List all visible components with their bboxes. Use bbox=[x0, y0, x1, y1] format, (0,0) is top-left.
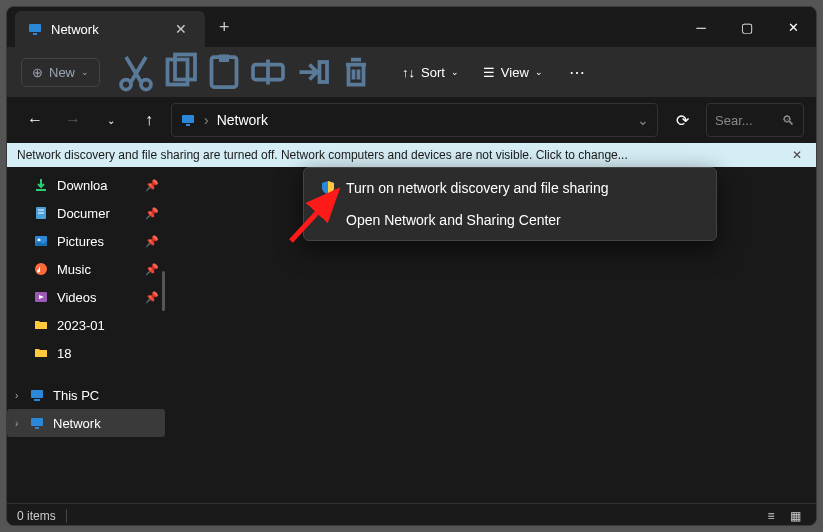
folder-icon bbox=[33, 345, 49, 361]
pin-icon: 📌 bbox=[145, 179, 159, 192]
more-button[interactable]: ⋯ bbox=[557, 54, 597, 90]
window-controls: ─ ▢ ✕ bbox=[678, 7, 816, 47]
sidebar-item-folder-18[interactable]: 18 bbox=[7, 339, 165, 367]
chevron-down-icon: ⌄ bbox=[451, 67, 459, 77]
search-icon: 🔍︎ bbox=[782, 113, 795, 128]
refresh-button[interactable]: ⟳ bbox=[664, 103, 700, 137]
sort-button[interactable]: ↑↓ Sort ⌄ bbox=[392, 59, 469, 86]
pin-icon: 📌 bbox=[145, 291, 159, 304]
sidebar-item-pictures[interactable]: Pictures 📌 bbox=[7, 227, 165, 255]
new-button[interactable]: ⊕ New ⌄ bbox=[21, 58, 100, 87]
status-bar: 0 items ≡ ▦ bbox=[7, 503, 816, 526]
sidebar-item-videos[interactable]: Videos 📌 bbox=[7, 283, 165, 311]
share-button[interactable] bbox=[292, 54, 332, 90]
svg-rect-21 bbox=[34, 399, 40, 401]
pin-icon: 📌 bbox=[145, 235, 159, 248]
toolbar: ⊕ New ⌄ ↑↓ Sort ⌄ ☰ View ⌄ ⋯ bbox=[7, 47, 816, 97]
rename-button[interactable] bbox=[248, 54, 288, 90]
svg-rect-0 bbox=[29, 24, 41, 32]
sidebar-item-this-pc[interactable]: › This PC bbox=[7, 381, 165, 409]
address-location: Network bbox=[217, 112, 268, 128]
pc-icon bbox=[29, 387, 45, 403]
sort-icon: ↑↓ bbox=[402, 65, 415, 80]
up-button[interactable]: ↑ bbox=[133, 104, 165, 136]
sidebar-item-folder-2023-01[interactable]: 2023-01 bbox=[7, 311, 165, 339]
body: Downloa 📌 Documer 📌 Pictures 📌 Music 📌 V bbox=[7, 167, 816, 503]
delete-button[interactable] bbox=[336, 54, 376, 90]
svg-rect-23 bbox=[35, 427, 39, 429]
close-icon[interactable]: ✕ bbox=[788, 148, 806, 162]
copy-button[interactable] bbox=[160, 54, 200, 90]
network-icon bbox=[27, 21, 43, 37]
tab-title: Network bbox=[51, 22, 161, 37]
status-text: 0 items bbox=[17, 509, 56, 523]
cut-button[interactable] bbox=[116, 54, 156, 90]
ctx-open-sharing-center[interactable]: Open Network and Sharing Center bbox=[308, 204, 712, 236]
svg-point-2 bbox=[121, 80, 131, 90]
maximize-button[interactable]: ▢ bbox=[724, 7, 770, 47]
svg-rect-10 bbox=[320, 62, 328, 82]
view-icon: ☰ bbox=[483, 65, 495, 80]
info-text: Network discovery and file sharing are t… bbox=[17, 148, 628, 162]
forward-button[interactable]: → bbox=[57, 104, 89, 136]
sidebar-item-network[interactable]: › Network bbox=[7, 409, 165, 437]
chevron-right-icon[interactable]: › bbox=[15, 418, 18, 429]
close-button[interactable]: ✕ bbox=[770, 7, 816, 47]
videos-icon bbox=[33, 289, 49, 305]
explorer-window: Network ✕ + ─ ▢ ✕ ⊕ New ⌄ ↑↓ Sort ⌄ ☰ bbox=[6, 6, 817, 526]
nav-row: ← → ⌄ ↑ › Network ⌄ ⟳ Sear... 🔍︎ bbox=[7, 97, 816, 143]
tab-network[interactable]: Network ✕ bbox=[15, 11, 205, 47]
ctx-turn-on-discovery[interactable]: Turn on network discovery and file shari… bbox=[308, 172, 712, 204]
minimize-button[interactable]: ─ bbox=[678, 7, 724, 47]
pin-icon: 📌 bbox=[145, 207, 159, 220]
chevron-down-icon: ⌄ bbox=[535, 67, 543, 77]
sidebar-item-downloads[interactable]: Downloa 📌 bbox=[7, 171, 165, 199]
svg-rect-20 bbox=[31, 390, 43, 398]
titlebar: Network ✕ + ─ ▢ ✕ bbox=[7, 7, 816, 47]
context-menu: Turn on network discovery and file shari… bbox=[303, 167, 717, 241]
chevron-right-icon: › bbox=[204, 112, 209, 128]
sidebar-item-music[interactable]: Music 📌 bbox=[7, 255, 165, 283]
music-icon bbox=[33, 261, 49, 277]
details-view-button[interactable]: ≡ bbox=[760, 507, 782, 525]
chevron-down-icon[interactable]: ⌄ bbox=[637, 112, 649, 128]
document-icon bbox=[33, 205, 49, 221]
new-tab-button[interactable]: + bbox=[205, 17, 244, 38]
network-icon bbox=[180, 112, 196, 128]
close-icon[interactable]: ✕ bbox=[169, 19, 193, 39]
shield-icon bbox=[320, 180, 336, 196]
folder-icon bbox=[33, 317, 49, 333]
search-input[interactable]: Sear... 🔍︎ bbox=[706, 103, 804, 137]
main-content[interactable]: Turn on network discovery and file shari… bbox=[165, 167, 816, 503]
pin-icon: 📌 bbox=[145, 263, 159, 276]
plus-icon: ⊕ bbox=[32, 65, 43, 80]
svg-rect-11 bbox=[182, 115, 194, 123]
svg-rect-22 bbox=[31, 418, 43, 426]
view-button[interactable]: ☰ View ⌄ bbox=[473, 59, 553, 86]
svg-point-3 bbox=[141, 80, 151, 90]
svg-rect-1 bbox=[33, 33, 37, 35]
chevron-down-icon: ⌄ bbox=[81, 67, 89, 77]
download-icon bbox=[33, 177, 49, 193]
recent-button[interactable]: ⌄ bbox=[95, 104, 127, 136]
chevron-right-icon[interactable]: › bbox=[15, 390, 18, 401]
info-bar[interactable]: Network discovery and file sharing are t… bbox=[7, 143, 816, 167]
svg-rect-7 bbox=[219, 55, 229, 63]
back-button[interactable]: ← bbox=[19, 104, 51, 136]
sidebar-item-documents[interactable]: Documer 📌 bbox=[7, 199, 165, 227]
network-icon bbox=[29, 415, 45, 431]
svg-point-18 bbox=[35, 263, 47, 275]
thumbnails-view-button[interactable]: ▦ bbox=[784, 507, 806, 525]
paste-button[interactable] bbox=[204, 54, 244, 90]
search-placeholder: Sear... bbox=[715, 113, 753, 128]
svg-rect-12 bbox=[186, 124, 190, 126]
pictures-icon bbox=[33, 233, 49, 249]
address-bar[interactable]: › Network ⌄ bbox=[171, 103, 658, 137]
sidebar: Downloa 📌 Documer 📌 Pictures 📌 Music 📌 V bbox=[7, 167, 165, 503]
